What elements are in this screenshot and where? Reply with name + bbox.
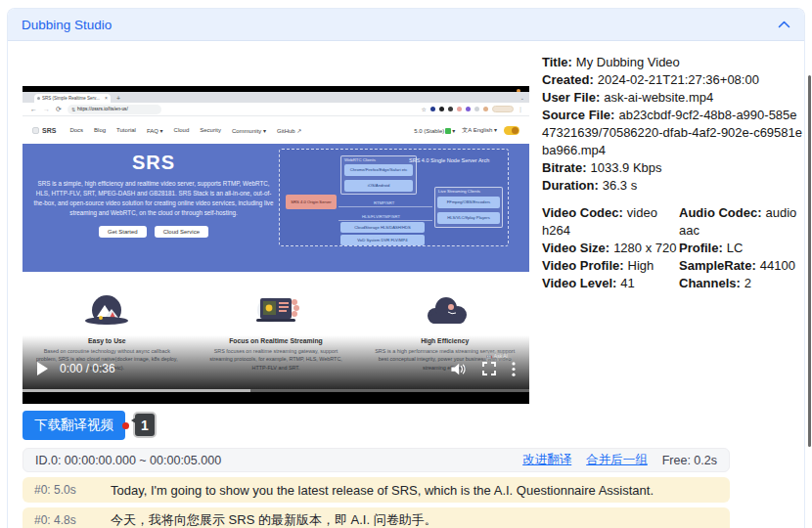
origin-server-box: SRS 4.0 Origin Server	[286, 195, 337, 209]
cloud-service-button: Cloud Service	[155, 226, 208, 238]
edge-label: HLS/FLV/RTMP/SRT	[362, 214, 400, 219]
nav-link-cloud: Cloud	[174, 127, 190, 134]
browser-address-bar: ← → ⟳ ⇅ https://ossrs.io/lts/en-us/ ☆	[23, 103, 529, 116]
tab-title: SRS (Simple Realtime Serv...	[42, 96, 103, 101]
reload-icon: ⟳	[56, 106, 62, 112]
srs-arch-diagram: SRS 4.0 Single Node Server Arch WebRTC C…	[279, 149, 509, 246]
diagram-box: FFmpeg/OBS/Encoders	[437, 197, 500, 208]
collapse-panel-header[interactable]: Dubbing Studio	[8, 9, 804, 41]
meta-duration: 36.3 s	[603, 178, 637, 193]
extension-icon	[483, 107, 488, 111]
diagram-box: Chrome/Firefox/Edge/Safari etc	[344, 164, 413, 176]
bookmark-star-icon: ☆	[422, 107, 427, 112]
laptop-illustration	[247, 290, 305, 330]
hero-title: SRS	[32, 152, 275, 174]
meta-user-file: ask-ai-website.mp4	[604, 90, 713, 105]
group-id-range: ID.0: 00:00:00.000 ~ 00:00:05.000	[35, 454, 221, 467]
extension-icon	[466, 107, 471, 111]
mountain-illustration	[77, 290, 136, 330]
forward-icon: →	[43, 106, 50, 112]
subtitle-row-chinese[interactable]: #0: 4.8s 今天，我将向您展示 SRS 的最新版本，即 A.I. 问卷助手…	[23, 507, 730, 528]
site-info-icon: ⇅	[71, 107, 75, 112]
dubbing-studio-card: Dubbing Studio SRS (Simple Realtime Serv…	[7, 8, 805, 528]
subtitle-row-english[interactable]: #0: 5.0s Today, I'm going to show you th…	[23, 477, 730, 503]
nav-link-community: Community ▾	[232, 127, 266, 134]
meta-samplerate: 44100	[760, 258, 795, 273]
video-player[interactable]: SRS (Simple Realtime Serv... × + ⌄ ← → ⟳…	[23, 86, 529, 404]
site-navbar: SRS Docs Blog Tutorial FAQ ▾ Cloud Secur…	[23, 116, 529, 144]
diagram-box: VoD System DVR FLV/MP4	[340, 235, 425, 245]
meta-bitrate: 1033.9 Kbps	[591, 160, 662, 175]
new-tab-icon: +	[116, 95, 120, 102]
meta-created: 2024-02-21T21:27:36+08:00	[598, 72, 759, 87]
video-time: 0:00 / 0:36	[60, 362, 115, 375]
meta-channels: 2	[744, 276, 751, 290]
subtitle-text: Today, I'm going to show you the latest …	[111, 483, 654, 498]
extension-icon	[439, 107, 444, 111]
back-icon: ←	[30, 106, 37, 112]
more-options-icon[interactable]	[512, 362, 516, 376]
meta-video-size: 1280 x 720	[613, 241, 676, 255]
extension-icon	[457, 107, 462, 111]
nav-link-faq: FAQ ▾	[147, 127, 163, 134]
diagram-title: SRS 4.0 Single Node Server Arch	[409, 156, 502, 164]
browser-tab-strip: SRS (Simple Realtime Serv... × + ⌄	[23, 92, 529, 103]
volume-icon[interactable]	[450, 362, 467, 376]
tab-list-caret-icon: ⌄	[520, 95, 524, 101]
codec-details: Video Codec:video h264 Video Size:1280 x…	[542, 204, 804, 292]
diagram-box: HLS/VLC/ffplay Players	[437, 212, 500, 224]
nav-link-security: Security	[200, 127, 221, 134]
diagram-box: iOS/Android	[344, 180, 413, 192]
browser-tab: SRS (Simple Realtime Serv... ×	[34, 94, 111, 103]
subtitle-tag: #0: 4.8s	[34, 513, 95, 527]
subtitle-group-header: ID.0: 00:00:00.000 ~ 00:00:05.000 改进翻译 合…	[23, 448, 730, 472]
video-controls: 0:00 / 0:36	[23, 359, 529, 378]
browser-menu-icon: ⋮	[518, 107, 523, 112]
meta-video-level: 41	[620, 276, 634, 290]
brand-name: SRS	[42, 127, 56, 134]
nav-link-blog: Blog	[94, 127, 106, 134]
cloud-illustration	[416, 290, 474, 330]
extension-icon	[448, 107, 453, 111]
meta-title: My Dubbing Video	[576, 55, 680, 69]
url-text: https://ossrs.io/lts/en-us/	[77, 107, 128, 111]
merge-next-group-link[interactable]: 合并后一组	[586, 452, 648, 468]
free-duration-label: Free: 0.2s	[662, 454, 717, 467]
improve-translation-link[interactable]: 改进翻译	[522, 452, 571, 468]
panel-title: Dubbing Studio	[22, 18, 112, 32]
extension-icon	[474, 107, 479, 111]
dubbing-studio-page: Dubbing Studio SRS (Simple Realtime Serv…	[0, 0, 812, 528]
tab-close-icon: ×	[105, 96, 108, 101]
language-selector: 文A English ▾	[462, 126, 497, 135]
tab-favicon	[37, 97, 40, 100]
metadata-block: Title:My Dubbing Video Created:2024-02-2…	[542, 54, 802, 195]
nav-link-tutorial: Tutorial	[116, 127, 136, 134]
edge-label: RTMP/SRT	[374, 200, 394, 205]
hero-description: SRS is a simple, high efficiency and rea…	[32, 179, 275, 218]
play-button[interactable]	[37, 362, 48, 375]
srs-logo-icon	[32, 127, 39, 134]
meta-video-profile: High	[628, 258, 654, 273]
omnibox: ⇅ https://ossrs.io/lts/en-us/	[68, 105, 161, 114]
chevron-up-icon[interactable]	[778, 21, 790, 28]
srs-hero-section: SRS SRS is a simple, high efficiency and…	[23, 144, 529, 272]
version-badge-icon	[445, 128, 451, 134]
meta-audio-profile: LC	[727, 241, 744, 255]
fullscreen-icon[interactable]	[482, 362, 496, 375]
nav-link-docs: Docs	[69, 127, 83, 134]
nav-link-github: GitHub ↗	[277, 127, 301, 134]
download-translated-video-button[interactable]: 下载翻译视频	[23, 411, 125, 440]
subtitle-text: 今天，我将向您展示 SRS 的最新版本，即 A.I. 问卷助手。	[111, 511, 437, 528]
subtitle-tag: #0: 5.0s	[34, 483, 95, 497]
annotation-marker-1: 1	[133, 412, 157, 438]
browser-update-pill	[492, 106, 514, 112]
get-started-button: Get Started	[99, 226, 147, 238]
version-label: 5.0 (Stable)▾	[414, 127, 455, 134]
theme-toggle	[504, 126, 519, 135]
page-scrollbar[interactable]	[808, 75, 811, 447]
letterbox	[23, 392, 529, 404]
diagram-box: CloudStorage HLS/DASH/HDS	[340, 222, 425, 233]
extension-icon	[430, 107, 435, 111]
subtitle-group: ID.0: 00:00:00.000 ~ 00:00:05.000 改进翻译 合…	[23, 448, 730, 528]
